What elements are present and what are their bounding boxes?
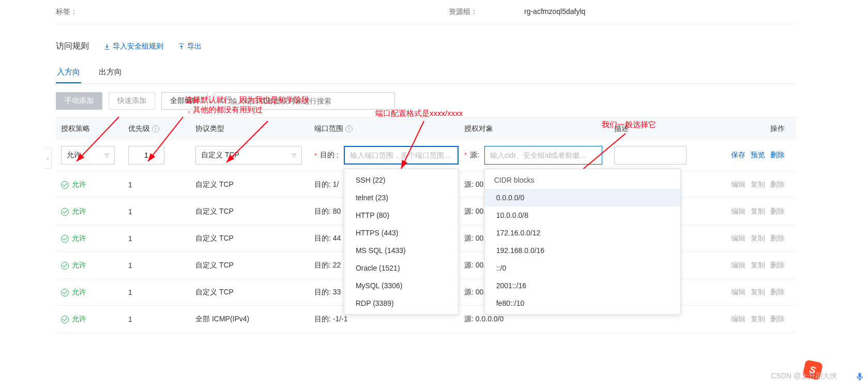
edit-all-button[interactable]: 全部编辑 (161, 92, 208, 110)
collapse-handle[interactable]: ‹ (44, 148, 52, 169)
cidr-option[interactable]: 172.16.0.0/12 (485, 224, 680, 242)
edit-row: 允许 ▽ 自定义 TCP ▽ * 目的: SSH (22)telnet (23)… (56, 140, 796, 171)
port-range-input-wrap[interactable] (344, 146, 459, 165)
cell-priority: 1 (128, 315, 195, 323)
mic-icon (855, 372, 865, 382)
cell-priority: 1 (128, 234, 195, 243)
dest-label: 目的 (320, 151, 334, 160)
cell-priority: 1 (128, 181, 195, 189)
export-link[interactable]: 导出 (178, 42, 202, 51)
resource-group-label: 资源组： (449, 7, 478, 17)
row-edit-link[interactable]: 编辑 (731, 315, 745, 324)
delete-link[interactable]: 删除 (770, 151, 785, 160)
check-icon (61, 181, 69, 189)
row-edit-link[interactable]: 编辑 (731, 234, 745, 243)
th-port: 端口范围i (314, 124, 464, 133)
tab-outbound[interactable]: 出方向 (98, 62, 123, 83)
th-ops: 操作 (728, 124, 791, 133)
policy-select[interactable]: 允许 ▽ (61, 146, 115, 165)
row-ops: 编辑复制删除 (728, 288, 791, 297)
policy-allow: 允许 (61, 288, 86, 297)
port-option[interactable]: SSH (22) (344, 171, 458, 189)
check-icon (61, 235, 69, 243)
preview-link[interactable]: 预览 (751, 151, 765, 160)
cidr-dropdown[interactable]: CIDR blocks0.0.0.0/010.0.0.0/8172.16.0.0… (484, 169, 681, 315)
row-delete-link[interactable]: 删除 (770, 315, 785, 324)
save-link[interactable]: 保存 (731, 151, 745, 160)
row-ops: 编辑复制删除 (728, 315, 791, 324)
chevron-down-icon: ▽ (292, 153, 296, 158)
row-delete-link[interactable]: 删除 (770, 207, 785, 216)
policy-allow: 允许 (61, 180, 86, 189)
cidr-option[interactable]: ::/0 (485, 259, 680, 277)
row-ops: 编辑复制删除 (728, 180, 791, 189)
cell-priority: 1 (128, 288, 195, 296)
port-option[interactable]: MySQL (3306) (344, 277, 458, 294)
quick-add-button[interactable]: 快速添加 (109, 92, 155, 110)
watermark: CSDN @上升期大侠 (771, 372, 837, 381)
port-option[interactable]: MS SQL (1433) (344, 242, 458, 259)
cell-protocol: 自定义 TCP (195, 180, 314, 189)
cidr-option[interactable]: 10.0.0.0/8 (485, 206, 680, 224)
priority-input-wrap[interactable] (128, 146, 164, 165)
cell-auth: 源: 0.0.0.0/0 (464, 315, 614, 324)
cidr-option[interactable]: fe80::/10 (485, 294, 680, 312)
row-copy-link[interactable]: 复制 (751, 180, 765, 189)
th-protocol: 协议类型 (195, 124, 314, 133)
port-dropdown[interactable]: SSH (22)telnet (23)HTTP (80)HTTPS (443)M… (344, 169, 459, 315)
toolbar: 手动添加 快速添加 全部编辑 (56, 84, 812, 117)
priority-input[interactable] (134, 146, 159, 164)
cell-protocol: 自定义 TCP (195, 288, 314, 297)
source-input[interactable] (490, 146, 597, 164)
row-copy-link[interactable]: 复制 (751, 288, 765, 297)
source-input-wrap[interactable] (484, 146, 602, 165)
row-copy-link[interactable]: 复制 (751, 207, 765, 216)
search-box[interactable] (214, 92, 395, 110)
th-desc: 描述 (614, 124, 728, 133)
row-delete-link[interactable]: 删除 (770, 261, 785, 270)
cidr-option[interactable]: 192.168.0.0/16 (485, 242, 680, 259)
row-copy-link[interactable]: 复制 (751, 261, 765, 270)
search-icon (220, 97, 227, 105)
row-edit-link[interactable]: 编辑 (731, 261, 745, 270)
row-edit-link[interactable]: 编辑 (731, 180, 745, 189)
source-label: 源 (470, 151, 477, 159)
row-ops: 编辑复制删除 (728, 234, 791, 243)
row-ops: 编辑复制删除 (728, 261, 791, 270)
port-option[interactable]: RDP (3389) (344, 294, 458, 312)
row-delete-link[interactable]: 删除 (770, 288, 785, 297)
cell-protocol: 全部 ICMP(IPv4) (195, 315, 314, 324)
check-icon (61, 316, 69, 323)
port-option[interactable]: telnet (23) (344, 189, 458, 206)
search-input[interactable] (230, 97, 389, 105)
row-delete-link[interactable]: 删除 (770, 234, 785, 243)
check-icon (61, 208, 69, 216)
port-option[interactable]: HTTPS (443) (344, 224, 458, 242)
resource-group-value: rg-acfmzoql5dafylq (524, 7, 585, 17)
tab-inbound[interactable]: 入方向 (56, 62, 81, 83)
cidr-option[interactable]: 0.0.0.0/0 (485, 189, 680, 206)
info-icon[interactable]: i (345, 125, 353, 132)
section-title: 访问规则 (56, 41, 89, 52)
row-delete-link[interactable]: 删除 (770, 180, 785, 189)
row-edit-link[interactable]: 编辑 (731, 207, 745, 216)
port-option[interactable]: HTTP (80) (344, 206, 458, 224)
import-rules-link[interactable]: 导入安全组规则 (103, 42, 163, 51)
row-copy-link[interactable]: 复制 (751, 315, 765, 324)
manual-add-button[interactable]: 手动添加 (56, 92, 102, 110)
protocol-select[interactable]: 自定义 TCP ▽ (195, 146, 302, 165)
th-auth: 授权对象 (464, 124, 614, 133)
chevron-down-icon: ▽ (105, 153, 109, 158)
description-input[interactable] (614, 146, 687, 165)
th-policy: 授权策略 (61, 124, 128, 133)
policy-allow: 允许 (61, 234, 86, 243)
port-option[interactable]: Oracle (1521) (344, 259, 458, 277)
direction-tabs: 入方向 出方向 (56, 62, 796, 84)
row-copy-link[interactable]: 复制 (751, 234, 765, 243)
cell-protocol: 自定义 TCP (195, 261, 314, 270)
cidr-option[interactable]: 2001::/16 (485, 277, 680, 294)
info-icon[interactable]: i (152, 125, 159, 132)
port-range-input[interactable] (350, 147, 452, 164)
row-edit-link[interactable]: 编辑 (731, 288, 745, 297)
export-icon (178, 43, 185, 50)
